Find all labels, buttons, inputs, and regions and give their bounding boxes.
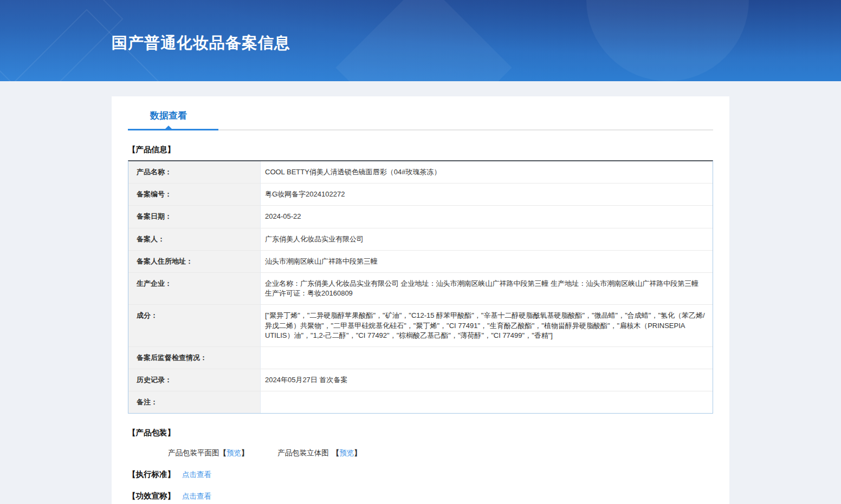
table-row: 产品名称： COOL BETTY俏美人清透锁色镜面唇彩（04#玫瑰茶冻） xyxy=(128,161,713,184)
row-value: 企业名称：广东俏美人化妆品实业有限公司 企业地址：汕头市潮南区峡山广祥路中段第三… xyxy=(261,273,713,304)
table-row: 历史记录： 2024年05月27日 首次备案 xyxy=(128,369,713,391)
packaging-stereo-group: 产品包装立体图【预览】 xyxy=(277,448,361,458)
section-title-product-info: 【产品信息】 xyxy=(128,145,713,155)
section-title-packaging: 【产品包装】 xyxy=(128,428,713,438)
bracket-close: 】 xyxy=(241,449,249,457)
packaging-flat-label: 产品包装平面图 xyxy=(168,449,219,457)
row-label: 备案后监督检查情况： xyxy=(128,347,261,369)
page-header: 国产普通化妆品备案信息 xyxy=(0,0,841,81)
row-label: 备案日期： xyxy=(128,206,261,227)
packaging-stereo-label: 产品包装立体图 xyxy=(277,449,329,457)
table-row: 备案日期： 2024-05-22 xyxy=(128,206,713,228)
row-label: 生产企业： xyxy=(128,273,261,304)
row-value: 汕头市潮南区峡山广祥路中段第三幢 xyxy=(261,251,713,272)
tab-active-underline xyxy=(128,129,218,130)
table-row: 生产企业： 企业名称：广东俏美人化妆品实业有限公司 企业地址：汕头市潮南区峡山广… xyxy=(128,273,713,305)
tab-bar: 数据查看 xyxy=(128,109,713,130)
product-info-table: 产品名称： COOL BETTY俏美人清透锁色镜面唇彩（04#玫瑰茶冻） 备案编… xyxy=(128,160,713,414)
tab-data-view[interactable]: 数据查看 xyxy=(150,109,187,122)
content-card: 数据查看 【产品信息】 产品名称： COOL BETTY俏美人清透锁色镜面唇彩（… xyxy=(112,96,729,504)
row-label: 备案编号： xyxy=(128,184,261,205)
packaging-stereo-preview-link[interactable]: 预览 xyxy=(339,449,354,457)
table-row: 备案后监督检查情况： xyxy=(128,347,713,369)
row-value: 粤G妆网备字2024102272 xyxy=(261,184,713,205)
row-value: ["聚异丁烯"，"二异硬脂醇苹果酸酯"，"矿油"，"C12-15 醇苯甲酸酯"，… xyxy=(261,305,713,346)
row-label: 历史记录： xyxy=(128,369,261,391)
efficacy-section: 【功效宣称】 点击查看 xyxy=(128,491,713,501)
table-row: 成分： ["聚异丁烯"，"二异硬脂醇苹果酸酯"，"矿油"，"C12-15 醇苯甲… xyxy=(128,305,713,347)
efficacy-view-link[interactable]: 点击查看 xyxy=(182,492,211,501)
packaging-row: 产品包装平面图【预览】 产品包装立体图【预览】 xyxy=(128,448,713,458)
section-title-standards: 【执行标准】 xyxy=(128,469,175,480)
table-row: 备案人： 广东俏美人化妆品实业有限公司 xyxy=(128,228,713,251)
packaging-flat-group: 产品包装平面图【预览】 xyxy=(168,448,249,458)
row-label: 备案人住所地址： xyxy=(128,251,261,272)
row-label: 备案人： xyxy=(128,228,261,250)
bracket-open: 【 xyxy=(219,449,227,457)
standards-view-link[interactable]: 点击查看 xyxy=(182,470,211,480)
page-title: 国产普通化妆品备案信息 xyxy=(112,0,729,54)
row-label: 备注： xyxy=(128,391,261,413)
standards-section: 【执行标准】 点击查看 xyxy=(128,469,713,480)
tab-active-triangle xyxy=(165,126,172,129)
decorative-cube xyxy=(0,0,124,81)
row-value xyxy=(261,391,713,413)
bracket-close: 】 xyxy=(354,449,361,457)
row-value: COOL BETTY俏美人清透锁色镜面唇彩（04#玫瑰茶冻） xyxy=(261,161,713,183)
row-value: 广东俏美人化妆品实业有限公司 xyxy=(261,228,713,250)
row-value: 2024年05月27日 首次备案 xyxy=(261,369,713,391)
row-value: 2024-05-22 xyxy=(261,206,713,227)
table-row: 备案编号： 粤G妆网备字2024102272 xyxy=(128,184,713,206)
table-row: 备案人住所地址： 汕头市潮南区峡山广祥路中段第三幢 xyxy=(128,251,713,273)
table-row: 备注： xyxy=(128,391,713,413)
bracket-open: 【 xyxy=(332,449,340,457)
section-title-efficacy: 【功效宣称】 xyxy=(128,491,175,501)
row-label: 产品名称： xyxy=(128,161,261,183)
packaging-flat-preview-link[interactable]: 预览 xyxy=(227,449,241,457)
row-value xyxy=(261,347,713,369)
row-label: 成分： xyxy=(128,305,261,346)
